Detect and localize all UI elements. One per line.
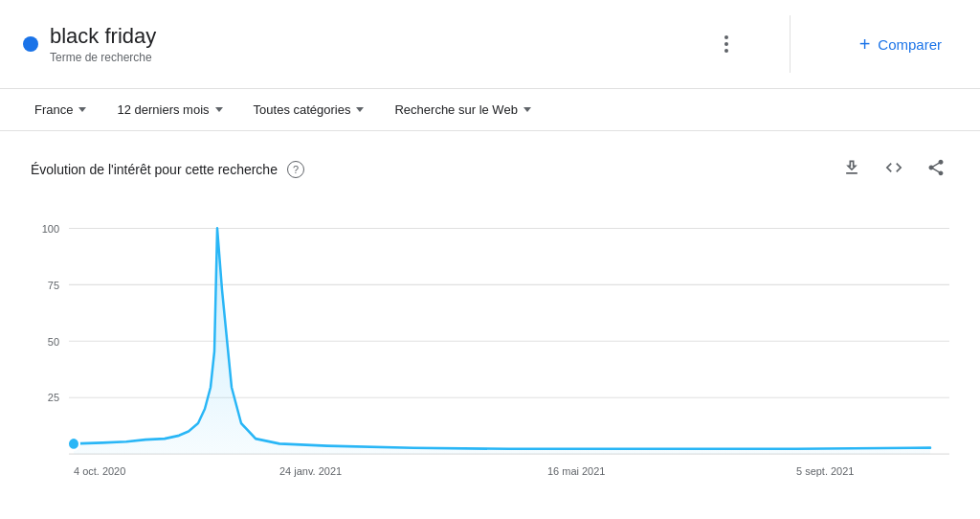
chart-container: 100 75 50 25 4 oct. 2020 24 janv. 2021 1… <box>31 208 949 498</box>
search-term-subtitle: Terme de recherche <box>50 51 156 64</box>
svg-text:75: 75 <box>48 279 59 290</box>
category-chevron-icon <box>356 107 364 112</box>
header-actions: + Comparer <box>717 15 957 73</box>
chart-title: Évolution de l'intérêt pour cette recher… <box>31 162 278 177</box>
compare-label: Comparer <box>878 36 942 53</box>
svg-text:4 oct. 2020: 4 oct. 2020 <box>74 464 125 476</box>
chart-title-area: Évolution de l'intérêt pour cette recher… <box>31 161 304 178</box>
help-icon[interactable]: ? <box>287 161 304 178</box>
download-icon[interactable] <box>838 154 865 185</box>
location-label: France <box>34 102 73 117</box>
header: black friday Terme de recherche + Compar… <box>0 0 980 89</box>
help-label: ? <box>293 164 299 175</box>
svg-text:25: 25 <box>48 392 59 403</box>
search-term-title: black friday <box>50 24 156 49</box>
category-label: Toutes catégories <box>254 102 351 117</box>
location-filter[interactable]: France <box>23 97 98 123</box>
trend-chart: 100 75 50 25 4 oct. 2020 24 janv. 2021 1… <box>31 208 949 495</box>
location-chevron-icon <box>78 107 86 112</box>
compare-button[interactable]: + Comparer <box>844 26 957 63</box>
search-term-area: black friday Terme de recherche <box>23 24 717 64</box>
time-range-chevron-icon <box>215 107 223 112</box>
svg-text:16 mai 2021: 16 mai 2021 <box>547 464 605 476</box>
chart-actions <box>838 154 949 185</box>
search-dot-indicator <box>23 36 38 52</box>
share-icon[interactable] <box>923 154 949 185</box>
more-options-button[interactable] <box>717 28 736 60</box>
category-filter[interactable]: Toutes catégories <box>242 97 376 123</box>
svg-text:100: 100 <box>42 222 59 234</box>
search-type-chevron-icon <box>523 107 531 112</box>
svg-text:50: 50 <box>48 335 59 347</box>
embed-icon[interactable] <box>880 154 907 185</box>
chart-header: Évolution de l'intérêt pour cette recher… <box>31 154 949 185</box>
svg-text:24 janv. 2021: 24 janv. 2021 <box>279 464 342 476</box>
search-term-text: black friday Terme de recherche <box>50 24 156 64</box>
header-divider <box>790 15 791 73</box>
chart-section: Évolution de l'intérêt pour cette recher… <box>0 131 980 519</box>
filters-bar: France 12 derniers mois Toutes catégorie… <box>0 89 980 131</box>
search-type-label: Recherche sur le Web <box>394 102 517 117</box>
time-range-filter[interactable]: 12 derniers mois <box>105 97 234 123</box>
time-range-label: 12 derniers mois <box>117 102 209 117</box>
search-type-filter[interactable]: Recherche sur le Web <box>383 97 542 123</box>
svg-text:5 sept. 2021: 5 sept. 2021 <box>796 464 854 476</box>
compare-plus-icon: + <box>859 34 871 56</box>
chart-start-dot <box>68 438 79 450</box>
